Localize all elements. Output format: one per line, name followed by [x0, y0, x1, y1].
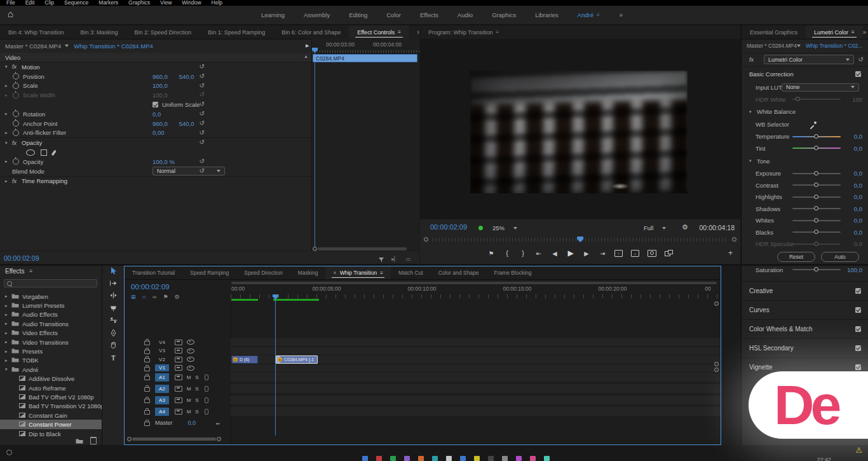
twirl-icon[interactable]: ▸ [5, 83, 12, 88]
ec-row-scale[interactable]: ▸Scale100,0↺ [0, 81, 311, 91]
slider-value[interactable]: 0,0 [854, 182, 862, 189]
ec-row-scale-width[interactable]: ▸Scale Width100,0↺ [0, 90, 311, 100]
reset-icon[interactable]: ↺ [200, 82, 205, 89]
input-lut-select[interactable]: None [782, 83, 859, 92]
step-forward-button[interactable]: ▶ [583, 250, 590, 257]
toggle-track-output-icon[interactable] [187, 348, 194, 354]
shadows-slider[interactable] [792, 208, 841, 209]
track-lane[interactable] [231, 407, 721, 416]
toggle-track-output-icon[interactable] [187, 340, 194, 345]
stopwatch-icon[interactable] [13, 83, 19, 89]
panel-menu-icon[interactable]: ≡ [29, 268, 32, 274]
menu-edit[interactable]: Edit [20, 0, 40, 6]
track-target-v4[interactable]: V4 [155, 339, 169, 346]
timeline-clip-c0284-mp4-1[interactable]: fxC0284.MP4 [-1 [276, 355, 318, 364]
twirl-icon[interactable]: ▾ [5, 141, 12, 146]
mute-button[interactable]: M [186, 375, 192, 380]
add-marker-button[interactable]: ⚑ [487, 250, 495, 257]
workspace-tab-color[interactable]: Color [377, 11, 410, 18]
reset-icon[interactable]: ↺ [200, 129, 205, 136]
tab-bin-2-speed-direction[interactable]: Bin 2: Speed Direction [126, 25, 200, 39]
stopwatch-icon[interactable] [13, 111, 19, 117]
rect-mask-icon[interactable] [41, 149, 47, 156]
playback-resolution-select[interactable]: Full [644, 224, 666, 231]
video-section-header[interactable]: Video [0, 53, 311, 62]
slider-value[interactable]: 0,0 [854, 193, 862, 200]
source-patch-icon[interactable] [175, 365, 182, 371]
reset-button[interactable]: Reset [777, 252, 815, 262]
twirl-icon[interactable]: ▸ [5, 93, 12, 98]
param-value[interactable]: 100,0 % [153, 158, 175, 165]
taskbar-app-icon[interactable] [376, 456, 382, 461]
slider-value[interactable]: 0,0 [854, 229, 862, 236]
white-balance-header[interactable]: ▾White Balance [742, 106, 868, 118]
vignette-checkbox[interactable] [855, 364, 861, 370]
param-value[interactable]: 100,0 [153, 82, 168, 89]
track-target-a3[interactable]: A3 [155, 396, 169, 404]
snap-icon[interactable]: ∩ [142, 294, 146, 300]
menu-markers[interactable]: Markers [93, 0, 123, 6]
exposure-slider[interactable] [792, 173, 841, 174]
timeline-tab-frame-blocking[interactable]: Frame Blocking [486, 266, 539, 279]
track-lane[interactable] [231, 373, 721, 382]
effect-controls-mini-timeline[interactable]: 00:00:03:00 00:00:04:00 C0284.MP4 [312, 39, 419, 251]
type-tool-icon[interactable]: T [102, 352, 125, 364]
timeline-tab-speed-direction[interactable]: Speed Direction [236, 266, 290, 279]
reset-icon[interactable]: ↺ [200, 120, 205, 127]
slider-value[interactable]: 0,0 [854, 145, 862, 152]
reset-icon[interactable]: ↺ [858, 56, 864, 63]
effects-bin-vorgaben[interactable]: ▸Vorgaben [0, 292, 102, 301]
menu-file[interactable]: File [1, 0, 20, 6]
whites-slider[interactable] [792, 220, 841, 221]
tint-slider[interactable] [792, 148, 841, 149]
blend-mode-select[interactable]: Normal [153, 167, 225, 175]
source-patch-icon[interactable] [175, 409, 182, 415]
section-creative[interactable]: Creative [742, 281, 868, 300]
twirl-icon[interactable]: ▸ [5, 179, 12, 184]
fit-sequence-icon[interactable]: ▸◂ [216, 421, 219, 425]
effect-item-additive-dissolve[interactable]: Additive Dissolve [0, 375, 102, 383]
mute-button[interactable]: M [186, 397, 192, 403]
taskbar-app-icon[interactable] [446, 456, 452, 461]
voiceover-record-icon[interactable] [205, 386, 208, 392]
close-panel-icon[interactable]: × [333, 270, 336, 276]
effect-item-constant-gain[interactable]: Constant Gain [0, 411, 102, 420]
taskbar-app-icon[interactable] [418, 456, 424, 461]
lock-icon[interactable] [144, 410, 150, 415]
hdr-specular-slider[interactable] [792, 244, 841, 245]
param-value[interactable]: 540,0 [179, 120, 194, 127]
source-patch-icon[interactable] [175, 348, 182, 354]
reset-icon[interactable]: ↺ [200, 139, 205, 146]
reset-icon[interactable]: ↺ [200, 63, 205, 70]
effects-bin-andr[interactable]: ▾André [0, 365, 102, 374]
track-target-a1[interactable]: A1 [155, 373, 169, 382]
contrast-slider[interactable] [792, 184, 841, 186]
effect-item-bad-tv-transition-v2-1080p[interactable]: Bad TV Transition V2 1080p [0, 402, 102, 411]
effect-item-dip-to-black[interactable]: Dip to Black [0, 429, 102, 437]
go-to-in-button[interactable]: ⇤ [535, 250, 543, 257]
timeline-tab-masking[interactable]: Masking [290, 266, 326, 279]
effects-bin-tobk[interactable]: ▸TOBK [0, 356, 102, 365]
param-value[interactable]: 960,0 [153, 120, 168, 127]
voiceover-record-icon[interactable] [205, 375, 208, 380]
temperature-slider[interactable] [792, 136, 841, 137]
ec-row-motion[interactable]: ▾fxMotion↺ [0, 62, 311, 72]
section-basic-correction[interactable]: Basic Correction [742, 67, 868, 81]
mini-timeline-ruler[interactable]: 00:00:03:00 00:00:04:00 [312, 39, 419, 53]
effect-item-auto-reframe[interactable]: Auto Reframe [0, 383, 102, 392]
source-patch-icon[interactable] [175, 340, 182, 345]
reset-icon[interactable]: ↺ [200, 72, 205, 79]
timeline-horizontal-scrollbar[interactable] [132, 437, 216, 441]
color-wheels-match-checkbox[interactable] [855, 326, 861, 332]
reset-icon[interactable]: ↺ [200, 100, 205, 107]
scrollbar-knob[interactable] [127, 437, 132, 441]
track-target-a4[interactable]: A4 [155, 408, 169, 416]
tab-essential-graphics[interactable]: Essential Graphics [742, 25, 806, 39]
lift-button[interactable]: ↑ [614, 250, 623, 257]
taskbar-app-icon[interactable] [432, 456, 438, 461]
workspace-tab-learning[interactable]: Learning [252, 11, 294, 18]
workspace-tab-assembly[interactable]: Assembly [294, 11, 339, 18]
taskbar-app-icon[interactable] [390, 456, 396, 461]
menu-sequence[interactable]: Sequence [59, 0, 93, 6]
tray-icon[interactable] [6, 450, 12, 455]
